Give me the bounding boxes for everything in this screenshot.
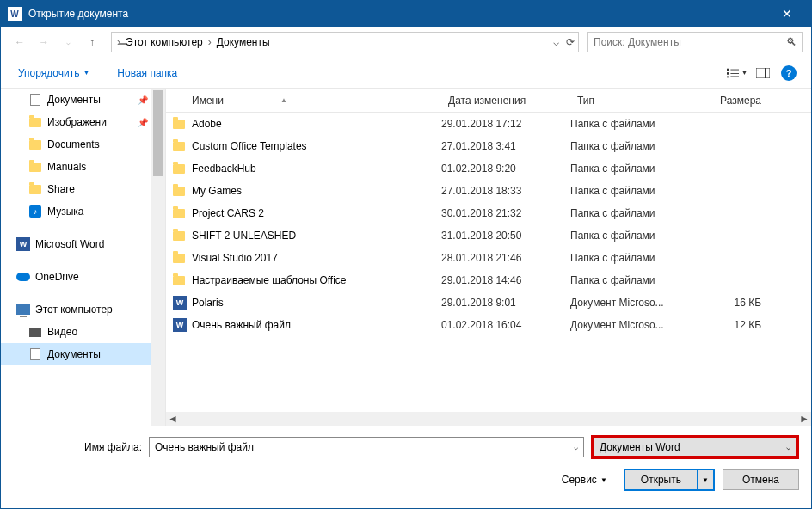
- column-header-row: Имени ▲ Дата изменения Тип Размера: [166, 89, 811, 113]
- sidebar-item[interactable]: Изображени📌: [1, 111, 165, 133]
- folder-icon: [166, 231, 188, 241]
- chevron-down-icon: ⌵: [786, 443, 790, 451]
- folder-icon: [28, 138, 42, 151]
- file-type: Документ Microso...: [570, 297, 699, 309]
- recent-dropdown[interactable]: ⌵: [58, 32, 78, 52]
- sidebar-item-label: Музыка: [47, 205, 83, 218]
- file-size: 16 КБ: [699, 297, 768, 309]
- file-row[interactable]: WPolaris29.01.2018 9:01Документ Microso.…: [166, 291, 811, 314]
- view-mode-button[interactable]: ▼: [727, 63, 747, 83]
- chevron-down-icon: ▼: [741, 70, 747, 76]
- folder-icon: [166, 142, 188, 151]
- sidebar-item-onedrive[interactable]: OneDrive: [1, 266, 165, 288]
- sidebar-item[interactable]: Видео: [1, 321, 165, 343]
- file-type: Документ Microso...: [570, 319, 699, 331]
- organize-button[interactable]: Упорядочить▼: [13, 64, 95, 83]
- pin-icon: 📌: [138, 118, 148, 127]
- sidebar-item-label: Share: [47, 183, 75, 195]
- folder-icon: [28, 115, 42, 129]
- file-type: Папка с файлами: [570, 230, 699, 242]
- help-button[interactable]: ?: [778, 63, 799, 83]
- file-type: Папка с файлами: [570, 185, 699, 197]
- file-row[interactable]: Adobe29.01.2018 17:12Папка с файлами: [166, 113, 811, 135]
- svg-rect-0: [727, 68, 729, 71]
- file-row[interactable]: Настраиваемые шаблоны Office29.01.2018 1…: [166, 269, 811, 291]
- filename-combo[interactable]: ⌵: [149, 437, 584, 457]
- file-name: Adobe: [188, 118, 441, 130]
- music-icon: ♪: [28, 205, 42, 218]
- sidebar-item[interactable]: Документы📌: [1, 89, 165, 111]
- file-type: Папка с файлами: [570, 274, 699, 286]
- open-dropdown[interactable]: ▼: [698, 470, 713, 489]
- history-dropdown-icon[interactable]: ⌵: [553, 36, 559, 48]
- filename-input[interactable]: [155, 441, 574, 453]
- column-header-size[interactable]: Размера: [699, 95, 768, 107]
- svg-rect-4: [727, 76, 729, 77]
- file-name: Custom Office Templates: [188, 140, 441, 152]
- sidebar-item-thispc[interactable]: Этот компьютер: [1, 298, 165, 321]
- scroll-left-icon[interactable]: ◄: [166, 413, 180, 425]
- refresh-icon[interactable]: [566, 36, 575, 48]
- up-button[interactable]: ↑: [82, 32, 102, 52]
- sidebar-item[interactable]: Документы: [1, 343, 165, 365]
- new-folder-button[interactable]: Новая папка: [112, 64, 182, 83]
- file-date: 27.01.2018 18:33: [441, 185, 570, 197]
- word-icon: W: [166, 318, 188, 332]
- back-button[interactable]: ←: [9, 32, 30, 52]
- chevron-down-icon: ▼: [600, 476, 607, 484]
- horizontal-scrollbar[interactable]: ◄ ►: [166, 412, 811, 426]
- search-box[interactable]: 🔍︎: [587, 32, 803, 52]
- svg-rect-5: [730, 76, 739, 77]
- forward-button[interactable]: →: [34, 32, 54, 52]
- file-type: Папка с файлами: [570, 118, 699, 130]
- sidebar-item[interactable]: ♪Музыка: [1, 200, 165, 223]
- close-button[interactable]: ✕: [770, 7, 804, 21]
- pc-icon: [16, 303, 30, 316]
- file-row[interactable]: SHIFT 2 UNLEASHED31.01.2018 20:50Папка с…: [166, 224, 811, 247]
- breadcrumb-seg[interactable]: Этот компьютер: [122, 36, 206, 48]
- breadcrumb-seg[interactable]: Документы: [213, 36, 274, 48]
- file-size: 12 КБ: [699, 319, 768, 331]
- address-bar[interactable]: › Этот компьютер › Документы ⌵: [111, 32, 579, 52]
- chevron-right-icon[interactable]: ›: [115, 36, 122, 48]
- filename-label: Имя файла:: [13, 441, 142, 453]
- nav-row: ← → ⌵ ↑ › Этот компьютер › Документы ⌵ 🔍…: [1, 27, 811, 58]
- titlebar: W Открытие документа ✕: [1, 1, 811, 27]
- folder-icon: [166, 209, 188, 218]
- sidebar-scrollbar[interactable]: [151, 89, 165, 426]
- file-row[interactable]: Project CARS 230.01.2018 21:32Папка с фа…: [166, 202, 811, 224]
- scroll-right-icon[interactable]: ►: [797, 413, 811, 425]
- preview-pane-button[interactable]: [753, 63, 773, 83]
- file-name: Polaris: [188, 297, 441, 309]
- sidebar-item[interactable]: Share: [1, 178, 165, 200]
- column-header-name[interactable]: Имени ▲: [166, 95, 441, 107]
- file-type-filter[interactable]: Документы Word ⌵: [591, 435, 799, 459]
- sidebar-item-word[interactable]: W Microsoft Word: [1, 233, 165, 255]
- file-row[interactable]: WОчень важный файл01.02.2018 16:04Докуме…: [166, 314, 811, 336]
- chevron-right-icon[interactable]: ›: [206, 36, 213, 48]
- sidebar-item[interactable]: Documents: [1, 133, 165, 156]
- file-list: Имени ▲ Дата изменения Тип Размера Adobe…: [166, 89, 811, 426]
- search-icon[interactable]: 🔍︎: [786, 36, 797, 48]
- word-icon: W: [16, 237, 30, 251]
- file-row[interactable]: My Games27.01.2018 18:33Папка с файлами: [166, 180, 811, 202]
- chevron-down-icon[interactable]: ⌵: [574, 443, 578, 451]
- file-date: 28.01.2018 21:46: [441, 252, 570, 264]
- search-input[interactable]: [594, 36, 786, 48]
- sidebar-item[interactable]: Manuals: [1, 156, 165, 178]
- tools-button[interactable]: Сервис▼: [562, 474, 607, 486]
- cancel-button[interactable]: Отмена: [723, 469, 799, 490]
- open-button[interactable]: Открыть ▼: [624, 469, 714, 490]
- svg-rect-6: [756, 68, 770, 78]
- column-header-date[interactable]: Дата изменения: [441, 95, 570, 107]
- pin-icon: 📌: [138, 95, 148, 105]
- onedrive-icon: [16, 270, 30, 284]
- file-type: Папка с файлами: [570, 207, 699, 219]
- file-row[interactable]: FeedbackHub01.02.2018 9:20Папка с файлам…: [166, 157, 811, 180]
- file-date: 27.01.2018 3:41: [441, 140, 570, 152]
- file-date: 01.02.2018 16:04: [441, 319, 570, 331]
- file-row[interactable]: Custom Office Templates27.01.2018 3:41Па…: [166, 135, 811, 157]
- column-header-type[interactable]: Тип: [570, 95, 699, 107]
- file-row[interactable]: Visual Studio 201728.01.2018 21:46Папка …: [166, 247, 811, 269]
- chevron-down-icon: ▼: [83, 69, 89, 77]
